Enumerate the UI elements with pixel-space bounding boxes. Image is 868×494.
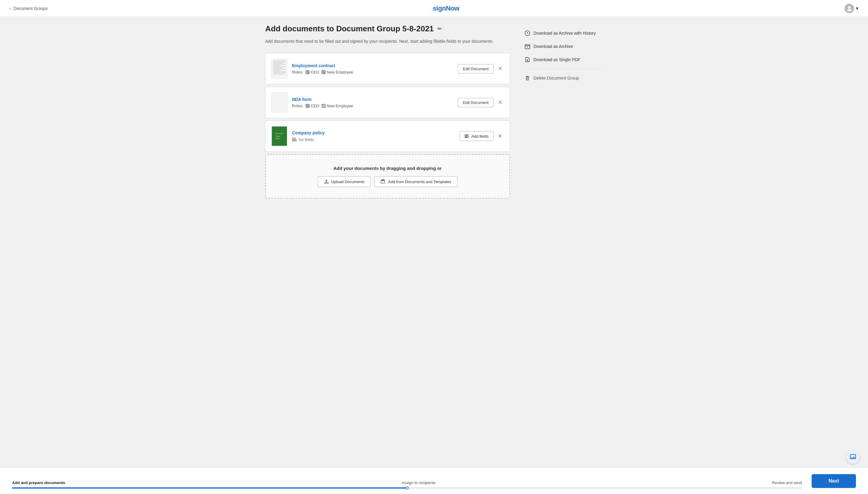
download-archive-history-label: Download as Archive with History [533,31,596,36]
svg-rect-26 [325,182,328,184]
download-pdf-action[interactable]: Download as Single PDF [524,53,603,66]
doc-info-company-policy: Company policy No fields [292,130,455,142]
download-archive-label: Download as Archive [533,44,573,49]
doc-info-nda: NDA form Roles: CEO New Employee [292,97,453,108]
left-panel: Add documents to Document Group 5-8-2021… [265,24,510,198]
back-label: Document Groups [14,6,48,11]
drop-zone: Add your documents by dragging and dropp… [265,154,510,198]
chat-button[interactable] [846,451,860,464]
download-pdf-label: Download as Single PDF [533,57,580,62]
role-new-employee-nda: New Employee [321,103,353,108]
trash-icon [524,75,531,81]
doc-thumbnail-nda [272,93,287,112]
remove-company-policy-button[interactable]: ✕ [497,132,504,141]
sidebar-divider [524,69,603,69]
svg-rect-32 [525,44,530,46]
user-menu[interactable]: ▾ [845,4,858,13]
roles-label: Roles: [292,70,303,74]
progress-bar [12,487,802,489]
step-2-label: Assign to recipients [402,480,436,485]
svg-rect-31 [525,46,530,49]
delete-group-label: Delete Document Group [533,76,579,80]
edit-title-icon[interactable]: ✏ [437,25,442,32]
pdf-download-icon [524,57,531,63]
document-card-employment-contract: Employment contract Roles: CEO New Emplo… [265,53,510,84]
add-fields-button-company-policy[interactable]: Add fields [460,131,494,141]
svg-point-1 [847,9,851,12]
svg-rect-34 [526,77,529,80]
progress-steps: Add and prepare documents Assign to reci… [12,480,802,485]
back-navigation[interactable]: ‹ Document Groups [10,6,48,11]
chevron-down-icon: ▾ [856,5,858,11]
roles-label-nda: Roles: [292,103,303,108]
page-subtitle: Add documents that need to be filled out… [265,38,510,44]
add-from-documents-button[interactable]: Add from Documents and Templates [374,176,458,187]
doc-roles-employment: Roles: CEO New Employee [292,70,453,74]
no-fields-indicator: No fields [292,137,455,142]
doc-title-nda[interactable]: NDA form [292,97,453,102]
doc-roles-nda: Roles: CEO New Employee [292,103,453,108]
step-1-label: Add and prepare documents [12,480,65,485]
doc-actions-company-policy: Add fields ✕ [460,131,504,141]
progress-mid-dot [406,487,409,490]
header: ‹ Document Groups signNow ▾ [0,0,868,17]
edit-document-button-employment[interactable]: Edit Document [458,64,494,74]
avatar [845,4,854,13]
download-archive-history-action[interactable]: Download as Archive with History [524,26,603,40]
logo: signNow [433,4,459,12]
remove-employment-button[interactable]: ✕ [497,64,504,73]
doc-info-employment: Employment contract Roles: CEO New Emplo… [292,63,453,74]
doc-thumbnail-employment [272,59,287,79]
doc-actions-employment: Edit Document ✕ [458,64,504,74]
doc-title-company-policy[interactable]: Company policy [292,130,455,135]
progress-track: Add and prepare documents Assign to reci… [12,473,802,489]
archive-icon [524,43,531,50]
role-ceo-nda: CEO [306,103,319,108]
doc-title-employment[interactable]: Employment contract [292,63,453,68]
doc-actions-nda: Edit Document ✕ [458,98,504,107]
download-archive-action[interactable]: Download as Archive [524,40,603,53]
document-card-company-policy: CompanyPolicy2021 Company policy No fiel… [265,120,510,152]
footer: Add and prepare documents Assign to reci… [0,468,868,494]
document-card-nda: NDA form Roles: CEO New Employee [265,87,510,118]
upload-documents-button[interactable]: Upload Documents [318,176,371,187]
remove-nda-button[interactable]: ✕ [497,98,504,107]
step-3-label: Review and send [772,480,802,485]
page-title: Add documents to Document Group 5-8-2021… [265,24,510,34]
drop-zone-title: Add your documents by dragging and dropp… [273,166,502,171]
progress-bar-fill [12,487,407,489]
delete-group-action[interactable]: Delete Document Group [524,71,603,84]
role-ceo-employment: CEO [306,70,319,74]
right-panel: Download as Archive with History Downloa… [524,24,603,198]
next-button[interactable]: Next [812,474,856,488]
svg-rect-21 [295,140,297,141]
svg-point-0 [848,6,851,9]
role-new-employee-employment: New Employee [321,70,353,74]
edit-document-button-nda[interactable]: Edit Document [458,98,494,107]
history-archive-icon [524,30,531,36]
doc-thumbnail-company-policy: CompanyPolicy2021 [272,126,287,146]
back-icon: ‹ [10,6,11,11]
